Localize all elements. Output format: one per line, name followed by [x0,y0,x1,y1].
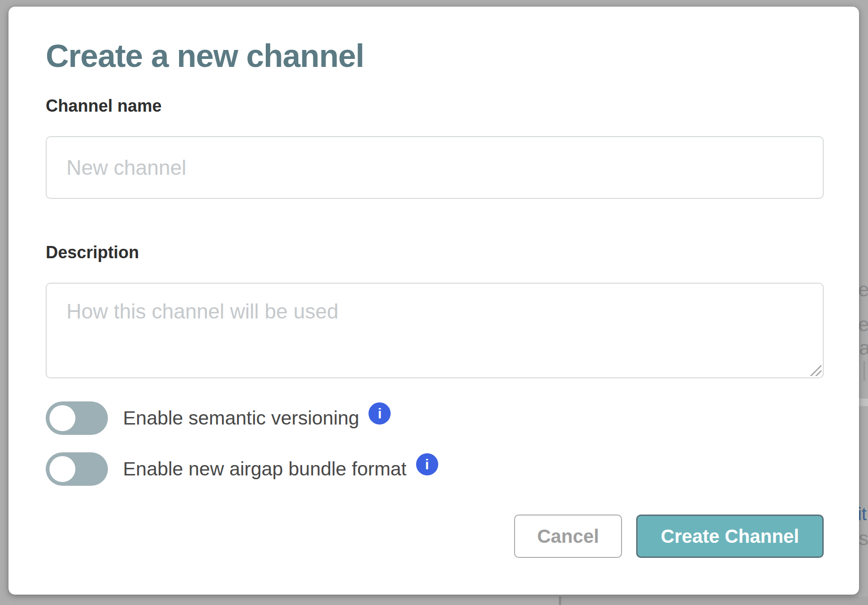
modal-footer: Cancel Create Channel [46,515,824,558]
create-channel-modal: Create a new channel Channel name Descri… [8,7,859,595]
create-channel-button[interactable]: Create Channel [636,515,824,558]
airgap-bundle-row: Enable new airgap bundle format i [46,452,824,486]
background-text-fragment: s [859,529,868,548]
background-strip-fragment [561,597,868,605]
background-text-fragment: e [858,315,868,335]
info-icon[interactable]: i [416,453,438,475]
semantic-versioning-row: Enable semantic versioning i [46,401,824,435]
modal-title: Create a new channel [46,37,824,74]
semantic-versioning-toggle[interactable] [46,401,108,435]
info-icon[interactable]: i [368,402,391,425]
background-text-fragment: a [859,338,868,358]
semantic-versioning-label: Enable semantic versioning [123,407,359,429]
description-field-wrap [46,283,824,378]
background-row-fragment [859,399,868,406]
channel-name-input[interactable] [46,136,824,199]
description-label: Description [46,242,824,263]
airgap-bundle-toggle[interactable] [46,452,108,486]
channel-name-label: Channel name [46,96,824,116]
textarea-resize-handle[interactable] [809,364,821,376]
toggle-knob [49,405,75,431]
background-text-fragment: e [858,280,868,300]
toggle-knob [49,456,75,482]
airgap-bundle-label: Enable new airgap bundle format [123,458,407,480]
background-border-fragment [863,361,865,381]
description-input[interactable] [46,283,824,378]
cancel-button[interactable]: Cancel [514,515,622,558]
